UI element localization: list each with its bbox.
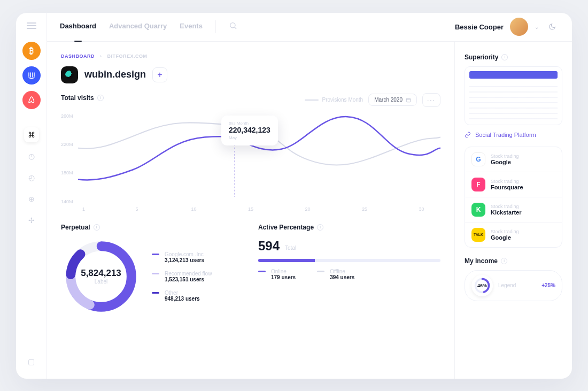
user-menu-chevron-icon[interactable]: ⌄: [535, 24, 539, 30]
perpetual-legend: Google.com .Inc3,124,213 users Recommend…: [152, 251, 212, 302]
legend-swatch: [317, 271, 324, 272]
svg-line-2: [235, 27, 236, 29]
menu-icon[interactable]: [27, 22, 36, 29]
perpetual-title: Perpetual: [61, 224, 90, 231]
tab-dashboard[interactable]: Dashboard: [60, 22, 96, 32]
add-button[interactable]: +: [152, 67, 167, 82]
crumb-site[interactable]: BITFOREX.COM: [107, 53, 148, 59]
foursquare-icon: F: [471, 178, 485, 191]
income-change: +25%: [541, 282, 555, 288]
chart-title: Total visits: [61, 94, 94, 102]
stock-item-kakaotalk[interactable]: TALK Stock tradingGoogle: [465, 223, 562, 247]
xtick: 25: [362, 206, 367, 212]
perpetual-total-label: Label: [95, 279, 107, 285]
chevron-right-icon: ›: [100, 53, 102, 59]
legend-offline: Offline394 users: [317, 269, 354, 280]
legend-swatch: [152, 292, 159, 294]
xtick: 10: [191, 206, 196, 212]
income-widget: 46% Legend +25%: [465, 270, 562, 301]
xtick: 20: [305, 206, 310, 212]
legend-item: Recommended flow1,523,151 users: [152, 271, 212, 282]
xtick: 1: [82, 206, 85, 212]
info-icon[interactable]: i: [317, 224, 323, 231]
rail-item-bitcoin[interactable]: ₿: [22, 42, 41, 60]
visits-chart: 260M 220M 180M 140M this Month: [61, 110, 440, 212]
stock-item-google[interactable]: G Stock tradingGoogle: [465, 147, 562, 172]
info-icon[interactable]: i: [97, 95, 104, 101]
main: Dashboard Advanced Quarry Events Bessie …: [47, 13, 572, 379]
crumb-dashboard[interactable]: DASHBOARD: [61, 53, 95, 59]
rail-tool-globe-icon[interactable]: ⊕: [24, 191, 39, 206]
ytick: 220M: [61, 142, 73, 147]
user-name: Bessie Cooper: [455, 23, 504, 31]
body: DASHBOARD › BITFOREX.COM wubin.design + …: [47, 42, 572, 379]
rail-tool-command[interactable]: ⌘: [24, 127, 39, 142]
ytick: 180M: [61, 170, 73, 175]
rail-item-intercom[interactable]: [22, 66, 41, 85]
tab-advanced-quarry[interactable]: Advanced Quarry: [109, 22, 167, 32]
rail-chat-icon[interactable]: ▢: [24, 354, 39, 369]
breadcrumb: DASHBOARD › BITFOREX.COM: [61, 53, 440, 59]
active-pct-title: Active Percentage: [258, 224, 314, 231]
svg-rect-3: [406, 98, 411, 102]
page-title: wubin.design: [84, 69, 146, 80]
legend-swatch: [152, 254, 159, 255]
page-header: wubin.design +: [61, 66, 440, 83]
rail-tool-settings-icon[interactable]: ✢: [24, 213, 39, 228]
ytick: 260M: [61, 113, 73, 119]
info-icon[interactable]: i: [501, 258, 507, 264]
ytick: 140M: [61, 199, 73, 204]
kickstarter-icon: K: [471, 203, 485, 217]
app-window: ₿ ⌘ ◷ ◴ ⊕ ✢ ▢ Dashboard Advanced Quarry …: [16, 13, 572, 379]
kakaotalk-icon: TALK: [471, 228, 485, 242]
xtick: 5: [135, 206, 138, 212]
legend-prev-month: Provisions Month: [305, 97, 363, 103]
info-icon[interactable]: i: [94, 224, 100, 231]
income-title: My Income: [465, 257, 498, 265]
stock-list: G Stock tradingGoogle F Stock tradingFou…: [465, 147, 562, 248]
dark-mode-toggle[interactable]: [545, 20, 559, 34]
perpetual-donut: 5,824,213 Label: [61, 236, 141, 317]
sidebar-rail: ₿ ⌘ ◷ ◴ ⊕ ✢ ▢: [16, 13, 47, 379]
active-percentage-card: Active Percentage i 594 Total Online179 …: [258, 224, 440, 317]
legend-item: Google.com .Inc3,124,213 users: [152, 251, 212, 263]
active-pct-total-label: Total: [285, 245, 296, 251]
active-pct-progress: [258, 259, 440, 262]
topbar: Dashboard Advanced Quarry Events Bessie …: [47, 13, 572, 42]
right-panel: Superiority i Social Trading Platform G …: [454, 42, 572, 379]
tab-events[interactable]: Events: [180, 22, 203, 32]
perpetual-card: Perpetual i: [61, 224, 243, 317]
social-trading-link[interactable]: Social Trading Platform: [465, 132, 562, 138]
xtick: 30: [419, 206, 424, 212]
site-logo: [61, 66, 78, 83]
income-legend: Legend: [498, 282, 516, 288]
top-tabs: Dashboard Advanced Quarry Events: [60, 22, 203, 32]
google-icon: G: [471, 152, 485, 166]
chart-more-button[interactable]: ···: [422, 93, 440, 107]
stock-item-foursquare[interactable]: F Stock tradingFoursquare: [465, 172, 562, 197]
month-picker[interactable]: March 2020: [368, 94, 417, 106]
chart-header: Total visits i Provisions Month March 20…: [61, 93, 440, 107]
legend-swatch: [152, 273, 159, 274]
search-icon[interactable]: [229, 21, 237, 32]
legend-item: Other948,213 users: [152, 290, 212, 302]
superiority-preview[interactable]: [465, 66, 562, 125]
rail-tool-history-icon[interactable]: ◷: [24, 149, 39, 164]
income-donut: 46%: [471, 275, 493, 296]
superiority-title: Superiority: [465, 53, 498, 61]
content: DASHBOARD › BITFOREX.COM wubin.design + …: [47, 42, 454, 379]
active-pct-total: 594: [258, 239, 280, 254]
svg-point-1: [230, 23, 235, 28]
legend-swatch: [258, 271, 266, 272]
xtick: 15: [248, 206, 253, 212]
stock-item-kickstarter[interactable]: K Stock tradingKickstarter: [465, 197, 562, 223]
divider: [215, 20, 216, 33]
legend-online: Online179 users: [258, 269, 296, 280]
info-icon[interactable]: i: [501, 54, 508, 60]
svg-point-6: [232, 137, 237, 142]
rail-item-airbnb[interactable]: [22, 91, 41, 109]
rail-tool-clock-icon[interactable]: ◴: [24, 170, 39, 185]
perpetual-total: 5,824,213: [81, 268, 121, 279]
avatar[interactable]: [510, 18, 528, 36]
